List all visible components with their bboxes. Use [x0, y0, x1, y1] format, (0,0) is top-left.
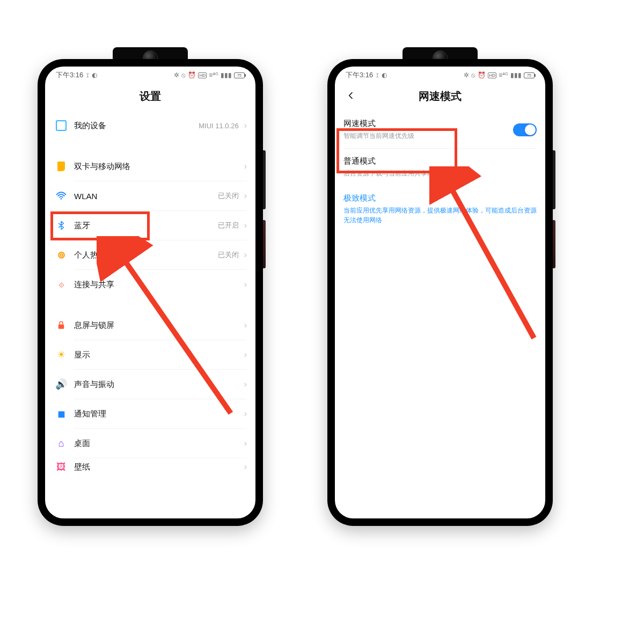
row-notifications[interactable]: ◼ 通知管理 › [54, 399, 247, 428]
row-label: 我的设备 [69, 121, 199, 131]
row-label: 连接与共享 [69, 280, 244, 290]
extreme-mode-title: 极致模式 [343, 193, 537, 203]
alarm-icon: ⏰ [188, 71, 196, 79]
svg-rect-1 [58, 325, 64, 329]
annotation-box-mode [336, 128, 457, 173]
chevron-right-icon: › [244, 162, 247, 171]
chevron-right-icon: › [244, 462, 247, 472]
alarm-icon: ⏰ [478, 71, 486, 79]
sound-icon: 🔊 [54, 378, 69, 390]
chevron-right-icon: › [244, 409, 247, 419]
sim-icon [54, 162, 69, 171]
annotation-box-wlan [50, 211, 150, 240]
location-icon: ⟟ [86, 71, 89, 79]
location-icon: ⟟ [376, 71, 378, 79]
chevron-right-icon: › [244, 350, 247, 360]
wifi-status-icon: ▮▮▮ [221, 71, 232, 79]
back-button[interactable] [345, 89, 357, 102]
row-lockscreen[interactable]: 息屏与锁屏 › [54, 311, 247, 340]
signal-icon: ≡⁴ᴳ [499, 71, 508, 79]
bluetooth-icon: ✲ [174, 71, 179, 79]
chevron-right-icon: › [244, 121, 247, 130]
title-bar: 网速模式 [335, 84, 545, 111]
row-label: 桌面 [69, 438, 244, 449]
device-icon [54, 120, 69, 131]
row-connection[interactable]: ⟐ 连接与共享 › [54, 270, 247, 299]
chevron-right-icon: › [244, 280, 247, 289]
status-bar: 下午3:16 ⟟ ◐ ✲ ⦸ ⏰ HD ≡⁴ᴳ ▮▮▮ 75 [45, 67, 255, 84]
extreme-mode-row[interactable]: 极致模式 当前应用优先享用网络资源，提供极速网络体验，可能造成后台资源无法使用网… [343, 186, 537, 232]
row-hint: 已开启 [218, 221, 239, 230]
row-sound[interactable]: 🔊 声音与振动 › [54, 370, 247, 399]
wifi-status-icon: ▮▮▮ [510, 71, 522, 79]
row-label: 声音与振动 [69, 379, 244, 390]
row-label: 双卡与移动网络 [69, 162, 244, 172]
notification-icon: ◼ [54, 408, 69, 420]
mode-toggle-switch[interactable] [513, 123, 537, 136]
row-label: 通知管理 [69, 409, 244, 419]
row-hint: 已关闭 [218, 250, 239, 260]
info-icon: ◐ [92, 71, 97, 79]
row-label: WLAN [69, 192, 218, 201]
page-title: 设置 [45, 89, 255, 104]
row-desktop[interactable]: ⌂ 桌面 › [54, 429, 247, 458]
home-icon: ⌂ [54, 438, 69, 449]
row-wlan[interactable]: WLAN 已关闭 › [54, 181, 247, 210]
wallpaper-icon: 🖼 [54, 462, 69, 473]
hd-icon: HD [488, 72, 496, 78]
extreme-mode-sub: 当前应用优先享用网络资源，提供极速网络体验，可能造成后台资源无法使用网络 [343, 206, 537, 225]
svg-point-0 [61, 198, 62, 200]
hotspot-icon: ⊚ [54, 249, 69, 261]
bluetooth-icon: ✲ [464, 71, 469, 79]
row-hint: 已关闭 [218, 191, 239, 201]
chevron-right-icon: › [244, 320, 247, 330]
chevron-right-icon: › [244, 191, 247, 201]
row-label: 壁纸 [69, 462, 244, 472]
chevron-right-icon: › [244, 250, 247, 260]
chevron-right-icon: › [244, 438, 247, 448]
page-title: 网速模式 [335, 89, 545, 104]
status-bar: 下午3:16 ⟟ ◐ ✲ ⦸ ⏰ HD ≡⁴ᴳ ▮▮▮ 75 [335, 67, 545, 84]
brightness-icon: ☀ [54, 349, 69, 361]
battery-icon: 75 [524, 72, 535, 78]
signal-icon: ≡⁴ᴳ [209, 71, 218, 79]
row-wallpaper[interactable]: 🖼 壁纸 › [54, 458, 247, 475]
settings-list: 我的设备 MIUI 11.0.26 › 双卡与移动网络 › [45, 111, 255, 475]
status-time: 下午3:16 [56, 70, 83, 80]
mode-toggle-title: 网速模式 [343, 119, 513, 129]
lock-icon [54, 320, 69, 330]
dnd-icon: ⦸ [181, 71, 186, 79]
share-icon: ⟐ [54, 279, 69, 290]
row-sim[interactable]: 双卡与移动网络 › [54, 152, 247, 181]
chevron-right-icon: › [244, 221, 247, 230]
row-label: 显示 [69, 350, 244, 360]
row-display[interactable]: ☀ 显示 › [54, 340, 247, 369]
row-device[interactable]: 我的设备 MIUI 11.0.26 › [54, 111, 247, 140]
info-icon: ◐ [382, 71, 387, 79]
battery-icon: 75 [234, 72, 245, 78]
row-hint: MIUI 11.0.26 [199, 122, 238, 130]
row-label: 个人热点 [69, 250, 218, 260]
dnd-icon: ⦸ [471, 71, 475, 79]
status-time: 下午3:16 [346, 70, 373, 80]
chevron-right-icon: › [244, 379, 247, 389]
hd-icon: HD [198, 72, 207, 78]
row-label: 息屏与锁屏 [69, 320, 244, 331]
title-bar: 设置 [45, 84, 255, 111]
row-hotspot[interactable]: ⊚ 个人热点 已关闭 › [54, 240, 247, 269]
wifi-icon [54, 191, 69, 201]
